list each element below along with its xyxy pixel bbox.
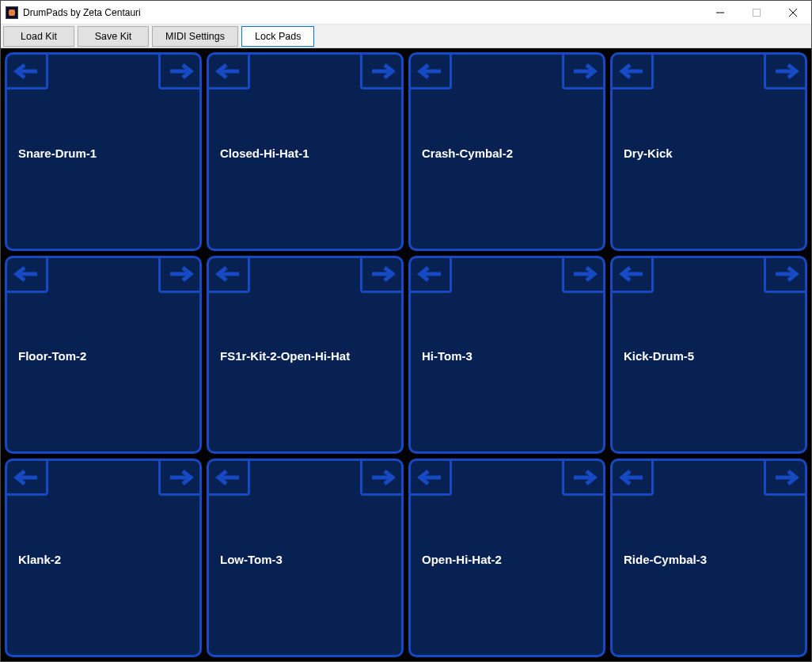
arrow-right-icon [167,470,194,485]
midi-settings-button[interactable]: MIDI Settings [152,26,238,47]
drum-pad[interactable]: Klank-2 [5,458,202,657]
drum-pad[interactable]: Crash-Cymbal-2 [408,52,605,251]
maximize-button[interactable] [738,1,775,24]
arrow-left-icon [417,266,444,282]
pad-label: Open-Hi-Hat-2 [422,553,502,566]
pad-next-button[interactable] [562,55,603,89]
pad-prev-button[interactable] [411,55,452,89]
arrow-right-icon [772,470,799,485]
app-icon [6,6,18,19]
drum-pad[interactable]: Ride-Cymbal-3 [610,458,807,657]
drum-pad[interactable]: Low-Tom-3 [207,458,404,657]
arrow-left-icon [417,63,444,79]
load-kit-button[interactable]: Load Kit [3,26,74,47]
drum-pad[interactable]: Kick-Drum-5 [610,256,807,455]
window-title: DrumPads by Zeta Centauri [23,7,141,18]
pad-next-button[interactable] [360,461,401,496]
pad-prev-button[interactable] [411,258,452,293]
pad-nav [613,55,805,89]
pad-nav [209,461,401,496]
arrow-left-icon [13,470,40,485]
pad-prev-button[interactable] [7,258,48,293]
drum-pad[interactable]: Snare-Drum-1 [5,52,202,251]
pad-next-button[interactable] [360,55,401,89]
arrow-right-icon [369,470,396,485]
pad-prev-button[interactable] [411,461,452,496]
maximize-icon [753,9,761,17]
toolbar: Load Kit Save Kit MIDI Settings Lock Pad… [1,25,811,48]
pad-next-button[interactable] [158,55,199,89]
arrow-left-icon [215,63,242,79]
pad-nav [209,258,401,293]
pad-prev-button[interactable] [613,258,654,293]
pad-label: Floor-Tom-2 [18,349,86,363]
pad-next-button[interactable] [562,461,603,496]
pad-next-button[interactable] [360,258,401,293]
minimize-icon [716,9,724,17]
drum-pad[interactable]: Dry-Kick [610,52,807,251]
drum-pad[interactable]: Hi-Tom-3 [408,256,605,455]
pad-next-button[interactable] [158,461,199,496]
pad-label: Klank-2 [18,553,61,566]
pad-prev-button[interactable] [209,461,250,496]
pad-label: Hi-Tom-3 [422,349,472,363]
pad-label: Ride-Cymbal-3 [624,553,707,566]
pad-prev-button[interactable] [209,55,250,89]
arrow-left-icon [215,266,242,282]
pad-next-button[interactable] [764,55,805,89]
arrow-right-icon [571,63,598,79]
arrow-right-icon [772,266,799,282]
pad-next-button[interactable] [764,461,805,496]
pad-next-button[interactable] [562,258,603,293]
pad-nav [7,461,199,496]
svg-rect-1 [753,9,761,16]
arrow-left-icon [619,470,646,485]
arrow-right-icon [369,63,396,79]
pad-prev-button[interactable] [613,55,654,89]
pad-prev-button[interactable] [7,461,48,496]
pad-nav [411,461,603,496]
pad-next-button[interactable] [158,258,199,293]
pad-nav [209,55,401,89]
drum-pad[interactable]: Floor-Tom-2 [5,256,202,455]
app-window: DrumPads by Zeta Centauri Load Kit Save … [0,0,812,662]
pad-nav [7,55,199,89]
pad-label: Closed-Hi-Hat-1 [220,146,309,160]
arrow-right-icon [772,63,799,79]
pad-next-button[interactable] [764,258,805,293]
pad-prev-button[interactable] [209,258,250,293]
close-button[interactable] [775,1,811,24]
pad-label: Low-Tom-3 [220,553,283,566]
arrow-right-icon [369,266,396,282]
pad-prev-button[interactable] [613,461,654,496]
drum-pad[interactable]: Open-Hi-Hat-2 [408,458,605,657]
arrow-right-icon [167,266,194,282]
titlebar: DrumPads by Zeta Centauri [1,1,811,25]
drum-pad[interactable]: FS1r-Kit-2-Open-Hi-Hat [207,256,404,455]
pad-nav [411,55,603,89]
save-kit-button[interactable]: Save Kit [78,26,149,47]
arrow-left-icon [619,266,646,282]
pad-label: FS1r-Kit-2-Open-Hi-Hat [220,349,350,363]
pad-label: Dry-Kick [624,146,673,160]
pad-nav [411,258,603,293]
arrow-left-icon [13,266,40,282]
lock-pads-button[interactable]: Lock Pads [241,26,314,47]
pad-label: Kick-Drum-5 [624,349,694,363]
arrow-right-icon [167,63,194,79]
minimize-button[interactable] [702,1,738,24]
pad-prev-button[interactable] [7,55,48,89]
arrow-right-icon [571,266,598,282]
pad-nav [7,258,199,293]
pad-grid: Snare-Drum-1Closed-Hi-Hat-1Crash-Cymbal-… [1,48,811,661]
drum-pad[interactable]: Closed-Hi-Hat-1 [207,52,404,251]
arrow-left-icon [215,470,242,485]
pad-nav [613,258,805,293]
arrow-left-icon [13,63,40,79]
arrow-left-icon [619,63,646,79]
pad-nav [613,461,805,496]
arrow-right-icon [571,470,598,485]
pad-label: Crash-Cymbal-2 [422,146,513,160]
window-controls [702,1,811,24]
pad-label: Snare-Drum-1 [18,146,97,160]
